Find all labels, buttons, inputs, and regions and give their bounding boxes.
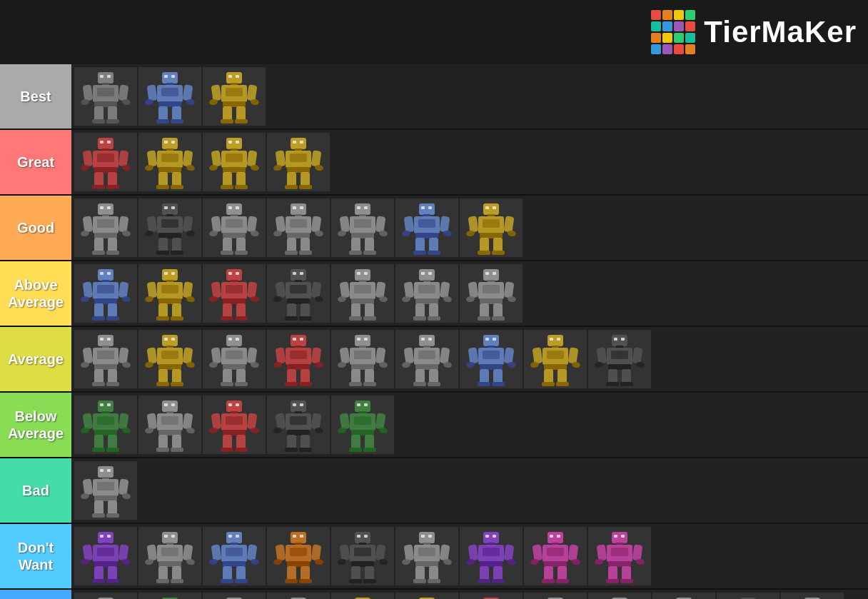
- svg-rect-480: [226, 401, 242, 412]
- svg-rect-166: [357, 206, 360, 209]
- tier-item[interactable]: [74, 330, 137, 388]
- tier-item[interactable]: [395, 593, 458, 599]
- tier-item[interactable]: [138, 527, 201, 585]
- tier-item[interactable]: [138, 396, 201, 454]
- tier-item[interactable]: [460, 593, 523, 599]
- tier-item[interactable]: [524, 330, 587, 388]
- svg-rect-440: [611, 351, 628, 359]
- svg-rect-367: [311, 347, 322, 363]
- tier-label-good: Good: [0, 196, 71, 260]
- tier-item[interactable]: [588, 593, 651, 599]
- tier-item[interactable]: [267, 330, 330, 388]
- svg-rect-615: [419, 532, 435, 543]
- svg-rect-211: [100, 272, 104, 275]
- tier-item[interactable]: [460, 264, 523, 323]
- svg-rect-550: [94, 561, 117, 567]
- svg-rect-275: [354, 285, 371, 293]
- tier-item[interactable]: [267, 133, 330, 191]
- tier-item[interactable]: [331, 593, 394, 599]
- tier-item[interactable]: [395, 330, 458, 388]
- tier-item[interactable]: [138, 133, 201, 191]
- tier-item[interactable]: [203, 593, 266, 599]
- svg-rect-246: [211, 281, 222, 298]
- tier-items-dont-want-2: [71, 590, 868, 599]
- tier-label-bad: Bad: [0, 458, 71, 523]
- svg-rect-431: [544, 369, 553, 383]
- tier-item[interactable]: [460, 527, 523, 585]
- svg-rect-671: [608, 566, 617, 580]
- tier-item[interactable]: [588, 330, 651, 388]
- svg-rect-580: [223, 561, 246, 567]
- svg-rect-46: [100, 141, 104, 144]
- tier-item[interactable]: [331, 330, 394, 388]
- svg-rect-13: [92, 119, 105, 124]
- svg-rect-632: [493, 535, 496, 538]
- svg-rect-381: [340, 347, 350, 363]
- tier-item[interactable]: [138, 330, 201, 388]
- tier-item[interactable]: [588, 527, 651, 585]
- tier-item[interactable]: [267, 198, 330, 257]
- tier-item[interactable]: [203, 133, 266, 191]
- tier-item[interactable]: [395, 198, 458, 257]
- tier-item[interactable]: [203, 67, 266, 126]
- robot-figure: [270, 332, 327, 386]
- svg-rect-182: [428, 206, 432, 209]
- robot-figure: [398, 332, 455, 386]
- svg-rect-21: [147, 84, 158, 101]
- svg-rect-601: [357, 535, 360, 538]
- tier-item[interactable]: [74, 67, 137, 126]
- tier-item[interactable]: [331, 396, 394, 454]
- svg-rect-322: [118, 347, 129, 363]
- tier-item[interactable]: [74, 198, 137, 257]
- svg-rect-612: [365, 566, 374, 580]
- svg-rect-306: [468, 281, 479, 298]
- tier-item[interactable]: [74, 527, 137, 585]
- tier-item[interactable]: [652, 593, 715, 599]
- tier-item[interactable]: [267, 264, 330, 323]
- tier-item[interactable]: [331, 527, 394, 585]
- svg-rect-621: [404, 544, 415, 560]
- tier-item[interactable]: [203, 198, 266, 257]
- tier-item[interactable]: [460, 198, 523, 257]
- tier-row-best: Best: [0, 64, 868, 130]
- tier-item[interactable]: [267, 527, 330, 585]
- tier-item[interactable]: [74, 133, 137, 191]
- tier-item[interactable]: [74, 264, 137, 323]
- tier-item[interactable]: [524, 527, 587, 585]
- robot-figure: [398, 266, 455, 321]
- tier-item[interactable]: [138, 198, 201, 257]
- tier-item[interactable]: [74, 461, 137, 520]
- robot-figure: [463, 595, 520, 599]
- tier-item[interactable]: [203, 264, 266, 323]
- svg-rect-237: [172, 303, 181, 318]
- svg-rect-432: [557, 369, 567, 383]
- tier-item[interactable]: [781, 593, 844, 599]
- svg-rect-223: [92, 316, 105, 321]
- svg-rect-285: [419, 269, 435, 281]
- tier-item[interactable]: [138, 593, 201, 599]
- svg-rect-607: [375, 544, 386, 560]
- tier-item[interactable]: [395, 527, 458, 585]
- tier-item[interactable]: [331, 264, 394, 323]
- tier-item[interactable]: [395, 264, 458, 323]
- tier-label-above-average: AboveAverage: [0, 261, 71, 326]
- tier-row-great: Great: [0, 130, 868, 196]
- tier-item[interactable]: [138, 264, 201, 323]
- tier-item[interactable]: [331, 198, 394, 257]
- tier-item[interactable]: [203, 330, 266, 388]
- tier-item[interactable]: [203, 527, 266, 585]
- tier-item[interactable]: [267, 593, 330, 599]
- tier-item[interactable]: [74, 396, 137, 454]
- svg-rect-596: [287, 566, 296, 580]
- svg-rect-40: [223, 101, 246, 107]
- tier-item[interactable]: [524, 593, 587, 599]
- tier-item[interactable]: [267, 396, 330, 454]
- svg-rect-27: [172, 106, 181, 121]
- tier-item[interactable]: [203, 396, 266, 454]
- tier-item[interactable]: [138, 67, 201, 126]
- svg-rect-120: [162, 203, 178, 215]
- svg-rect-358: [221, 382, 233, 386]
- tier-item[interactable]: [717, 593, 779, 599]
- tier-item[interactable]: [460, 330, 523, 388]
- tier-item[interactable]: [74, 593, 137, 599]
